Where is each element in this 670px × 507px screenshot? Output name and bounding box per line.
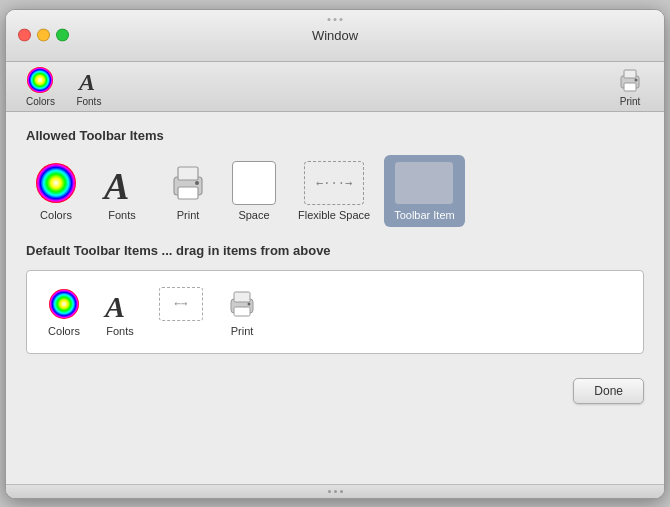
default-print-icon bbox=[225, 287, 259, 321]
allowed-fonts-icon: A bbox=[100, 161, 144, 205]
minimize-button[interactable] bbox=[37, 29, 50, 42]
main-window: Window Colors bbox=[5, 9, 665, 499]
svg-point-0 bbox=[27, 67, 53, 93]
svg-rect-10 bbox=[178, 187, 198, 199]
svg-point-17 bbox=[248, 302, 251, 305]
svg-rect-9 bbox=[178, 167, 198, 180]
allowed-section-title: Allowed Toolbar Items bbox=[26, 128, 644, 143]
allowed-fonts-item[interactable]: A Fonts bbox=[92, 155, 152, 227]
allowed-print-item[interactable]: Print bbox=[158, 155, 218, 227]
allowed-fonts-label: Fonts bbox=[108, 209, 136, 221]
done-button[interactable]: Done bbox=[573, 378, 644, 404]
toolbar-fonts-item[interactable]: A Fonts bbox=[71, 64, 107, 109]
allowed-print-icon bbox=[166, 161, 210, 205]
default-print-label: Print bbox=[231, 325, 254, 337]
default-section-title: Default Toolbar Items ... drag in items … bbox=[26, 243, 644, 258]
allowed-toolbar-item[interactable]: Toolbar Item bbox=[384, 155, 465, 227]
resize-handle[interactable] bbox=[6, 484, 664, 498]
title-bar: Window bbox=[6, 10, 664, 62]
colors-rainbow-icon bbox=[26, 66, 54, 94]
toolbar: Colors A Fonts Print bbox=[6, 62, 664, 112]
fonts-icon: A bbox=[75, 66, 103, 94]
allowed-toolbar-item-label: Toolbar Item bbox=[394, 209, 455, 221]
toolbar-colors-label: Colors bbox=[26, 96, 55, 107]
svg-point-5 bbox=[635, 78, 638, 81]
flexible-space-icon: ←···→ bbox=[304, 161, 364, 205]
toolbar-print-label: Print bbox=[620, 96, 641, 107]
print-icon bbox=[616, 66, 644, 94]
svg-text:A: A bbox=[77, 69, 95, 94]
allowed-colors-label: Colors bbox=[40, 209, 72, 221]
svg-rect-16 bbox=[234, 307, 250, 316]
svg-text:A: A bbox=[103, 290, 125, 321]
default-fonts-icon: A bbox=[103, 287, 137, 321]
allowed-print-label: Print bbox=[177, 209, 200, 221]
maximize-button[interactable] bbox=[56, 29, 69, 42]
default-colors-icon bbox=[47, 287, 81, 321]
default-colors-item[interactable]: Colors bbox=[39, 281, 89, 343]
svg-rect-15 bbox=[234, 292, 250, 302]
allowed-space-label: Space bbox=[238, 209, 269, 221]
default-print-item[interactable]: Print bbox=[217, 281, 267, 343]
default-flex-item[interactable]: ←→ bbox=[151, 281, 211, 343]
toolbar-print-item[interactable]: Print bbox=[612, 64, 648, 109]
allowed-colors-item[interactable]: Colors bbox=[26, 155, 86, 227]
content-area: Allowed Toolbar Items bbox=[6, 112, 664, 484]
svg-point-11 bbox=[195, 181, 199, 185]
svg-rect-3 bbox=[624, 70, 636, 78]
toolbar-fonts-label: Fonts bbox=[76, 96, 101, 107]
default-fonts-item[interactable]: A Fonts bbox=[95, 281, 145, 343]
allowed-flexible-space-item[interactable]: ←···→ Flexible Space bbox=[290, 155, 378, 227]
svg-rect-4 bbox=[624, 83, 636, 91]
default-section: Default Toolbar Items ... drag in items … bbox=[26, 243, 644, 354]
allowed-items-row: Colors A Fonts P bbox=[26, 155, 644, 227]
svg-point-12 bbox=[49, 289, 79, 319]
default-fonts-label: Fonts bbox=[106, 325, 134, 337]
default-items-container[interactable]: Colors A Fonts ←→ bbox=[26, 270, 644, 354]
resize-dots bbox=[328, 490, 343, 493]
space-icon bbox=[232, 161, 276, 205]
toolbar-colors-item[interactable]: Colors bbox=[22, 64, 59, 109]
allowed-section: Allowed Toolbar Items bbox=[26, 128, 644, 227]
close-button[interactable] bbox=[18, 29, 31, 42]
allowed-colors-icon bbox=[34, 161, 78, 205]
drag-handle bbox=[328, 18, 343, 21]
allowed-space-item[interactable]: Space bbox=[224, 155, 284, 227]
traffic-lights bbox=[18, 29, 69, 42]
default-flex-label bbox=[179, 325, 182, 337]
default-colors-label: Colors bbox=[48, 325, 80, 337]
allowed-flexible-space-label: Flexible Space bbox=[298, 209, 370, 221]
done-row: Done bbox=[26, 378, 644, 404]
window-title: Window bbox=[18, 28, 652, 43]
svg-point-6 bbox=[36, 163, 76, 203]
svg-text:A: A bbox=[102, 165, 129, 205]
